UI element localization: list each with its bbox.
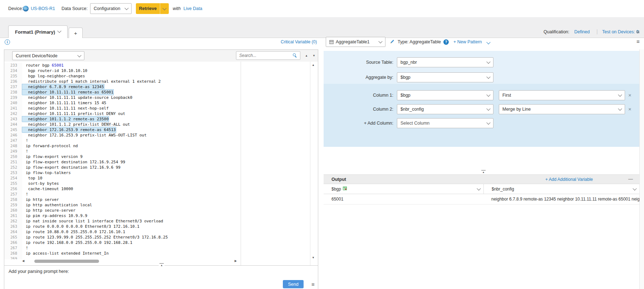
- aggregate-form-panel: Source Table: bgp_nbr Aggregate by: $bgp…: [324, 51, 639, 147]
- info-icon[interactable]: i: [5, 39, 10, 45]
- scroll-down-icon[interactable]: ▼: [312, 256, 315, 259]
- new-pattern-label: + New Pattern: [453, 39, 482, 44]
- code-text: ip http server: [22, 197, 59, 202]
- pattern-menu-icon[interactable]: ≡: [636, 39, 640, 44]
- code-line[interactable]: 234 bgp router-id 10.10.10.10: [4, 68, 318, 73]
- code-line[interactable]: 237 neighbor 6.7.8.9 remote-as 12345: [4, 84, 318, 90]
- code-line[interactable]: 268ip access-list extended Internet_In: [4, 251, 318, 256]
- code-line[interactable]: 239 neighbor 10.11.11.11 update-source L…: [4, 95, 318, 100]
- source-table-dropdown[interactable]: bgp_nbr: [397, 57, 493, 67]
- horizontal-scrollbar-thumb[interactable]: [34, 260, 99, 263]
- code-line[interactable]: 251ip flow-export destination 172.16.9.2…: [4, 159, 318, 165]
- code-line[interactable]: 246 neighbor 172.16.253.9 prefix-list AW…: [4, 133, 318, 138]
- output-data-row[interactable]: 65001 neighbor 6.7.8.9 remote-as 12345 n…: [324, 194, 639, 204]
- code-line[interactable]: 245 neighbor 172.16.253.9 remote-as 6451…: [4, 127, 318, 133]
- right-scrollbar-track[interactable]: [639, 49, 644, 289]
- menu-icon[interactable]: ≡: [636, 29, 640, 34]
- up-triangle-icon: ▲: [305, 54, 308, 57]
- search-input[interactable]: [236, 53, 293, 58]
- code-line[interactable]: 257!: [4, 192, 318, 197]
- output-column-bgp[interactable]: $bgp: [324, 184, 483, 194]
- data-source-dropdown[interactable]: Configuration: [90, 3, 132, 14]
- retrieve-button[interactable]: Retrieve: [136, 3, 160, 14]
- prompt-input[interactable]: [9, 276, 280, 287]
- search-box[interactable]: [236, 51, 300, 60]
- code-line[interactable]: 258ip http server: [4, 197, 318, 202]
- code-line[interactable]: 233router bgp 65001: [4, 63, 318, 68]
- code-line[interactable]: 256 cache-timeout 10000: [4, 186, 318, 192]
- collapse-editor-handle[interactable]: ▲: [159, 263, 164, 266]
- scroll-up-icon[interactable]: ▲: [312, 64, 315, 67]
- column1-method-dropdown[interactable]: First: [499, 90, 625, 100]
- code-line[interactable]: 260ip http secure-server: [4, 208, 318, 213]
- code-text: neighbor 101.1.1.2 prefix-list DENY-ALL …: [22, 122, 130, 127]
- collapse-output-handle[interactable]: ▲: [481, 170, 486, 173]
- add-column-label[interactable]: + Add Column:: [324, 121, 393, 126]
- code-line[interactable]: 263ip route 0.0.0.0 0.0.0.0 Ethernet0/3 …: [4, 224, 318, 229]
- code-line[interactable]: 240 neighbor 10.11.11.11 timers 15 45: [4, 100, 318, 106]
- column2-remove-button[interactable]: ×: [628, 106, 631, 112]
- code-line[interactable]: 264ip route 10.88.0.0 255.255.0.0 172.16…: [4, 229, 318, 235]
- code-line[interactable]: 244 neighbor 101.1.1.2 prefix-list DENY-…: [4, 122, 318, 127]
- scroll-right-icon[interactable]: ▶: [235, 260, 237, 262]
- code-line[interactable]: 243 neighbor 101.1.1.2 remote-as 23500: [4, 116, 318, 122]
- code-line[interactable]: 238 neighbor 10.11.11.11 remote-as 65001: [4, 90, 318, 95]
- code-line[interactable]: 254 top 10: [4, 175, 318, 181]
- edit-pencil-icon[interactable]: [390, 39, 395, 44]
- code-text: sort-by bytes: [22, 181, 59, 186]
- scope-dropdown[interactable]: Current Device/Node: [12, 51, 84, 60]
- tab-add-button[interactable]: +: [69, 28, 83, 38]
- send-button[interactable]: Send: [283, 280, 304, 288]
- device-name-link[interactable]: US-BOS-R1: [31, 6, 55, 11]
- qualification-defined-link[interactable]: Defined: [574, 29, 590, 34]
- minimize-icon[interactable]: —: [628, 176, 633, 182]
- code-line[interactable]: 253ip flow-top-talkers: [4, 170, 318, 175]
- code-line[interactable]: 266ip route 192.168.0.0 255.255.0.0 192.…: [4, 240, 318, 245]
- line-number: 267: [4, 245, 22, 251]
- test-on-devices-link[interactable]: Test on Devices: 0: [602, 29, 639, 34]
- output-column-nbr-config[interactable]: $nbr_config: [483, 184, 639, 194]
- code-line[interactable]: 269: [4, 256, 318, 259]
- add-additional-variable-link[interactable]: + Add Additional Variable: [545, 177, 593, 182]
- live-data-link[interactable]: Live Data: [183, 6, 202, 11]
- prompt-menu-icon[interactable]: ≡: [311, 281, 315, 287]
- code-line[interactable]: 250ip flow-export version 9: [4, 154, 318, 159]
- vertical-scrollbar-track[interactable]: [310, 62, 310, 265]
- column2-variable-dropdown[interactable]: $nbr_config: [397, 104, 493, 114]
- code-line[interactable]: 265ip route 123.99.99.0 255.255.255.252 …: [4, 235, 318, 240]
- code-text: ip flow-export destination 172.16.9.254 …: [22, 159, 125, 165]
- code-text: bgp log-neighbor-changes: [22, 73, 85, 79]
- column1-variable-dropdown[interactable]: $bgp: [397, 90, 493, 100]
- aggregate-by-dropdown[interactable]: $bgp: [397, 72, 493, 82]
- code-line[interactable]: 247!: [4, 138, 318, 143]
- code-line[interactable]: 252ip flow-export destination 172.16.9.6…: [4, 165, 318, 170]
- code-line[interactable]: 261ip pim rp-address 10.9.9.9: [4, 213, 318, 218]
- add-column-dropdown[interactable]: Select Column: [397, 118, 493, 128]
- scope-value: Current Device/Node: [16, 53, 58, 58]
- column1-remove-button[interactable]: ×: [628, 92, 631, 98]
- code-line[interactable]: 249!: [4, 149, 318, 154]
- scroll-left-icon[interactable]: ◀: [22, 260, 24, 262]
- retrieve-caret-button[interactable]: [160, 3, 169, 14]
- code-line[interactable]: 248ip forward-protocol nd: [4, 143, 318, 149]
- search-icon[interactable]: [293, 53, 298, 58]
- critical-variable-link[interactable]: Critical Variable (0): [281, 39, 317, 44]
- source-table-label: Source Table:: [324, 60, 393, 65]
- code-line[interactable]: 259ip http authentication local: [4, 202, 318, 208]
- code-line[interactable]: 241 neighbor 10.11.11.11 next-hop-self: [4, 106, 318, 111]
- help-icon[interactable]: ?: [443, 39, 449, 45]
- find-next-button[interactable]: ▼: [311, 53, 317, 59]
- code-line[interactable]: 236 redistribute ospf 1 match internal e…: [4, 79, 318, 84]
- retrieve-split-button[interactable]: Retrieve: [136, 3, 169, 14]
- code-line[interactable]: 242 neighbor 10.11.11.11 prefix-list DEN…: [4, 111, 318, 116]
- tab-format1-primary[interactable]: Format1 (Primary): [8, 25, 68, 38]
- code-line[interactable]: 262ip nat inside source list 1 interface…: [4, 218, 318, 224]
- code-editor[interactable]: 233router bgp 65001234 bgp router-id 10.…: [4, 62, 318, 259]
- pattern-table-selector[interactable]: AggregateTable1: [326, 37, 385, 47]
- new-pattern-link[interactable]: + New Pattern: [453, 39, 482, 44]
- column2-method-dropdown[interactable]: Merge by Line: [499, 104, 625, 114]
- find-previous-button[interactable]: ▲: [303, 53, 310, 59]
- code-line[interactable]: 267!: [4, 245, 318, 251]
- code-line[interactable]: 255 sort-by bytes: [4, 181, 318, 186]
- code-line[interactable]: 235 bgp log-neighbor-changes: [4, 73, 318, 79]
